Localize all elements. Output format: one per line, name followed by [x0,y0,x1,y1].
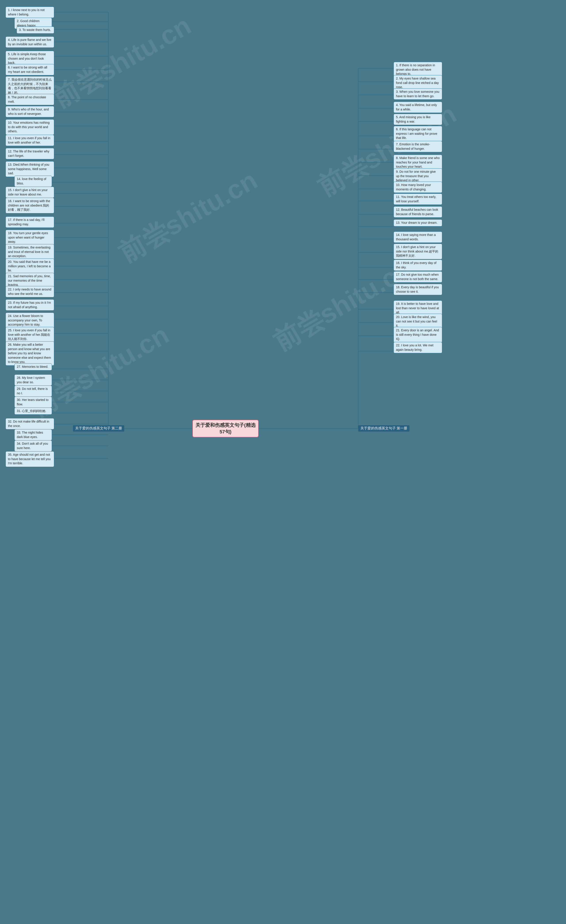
right-node-15[interactable]: 15. I don't give a hint on your side nor… [394,244,442,260]
right-node-22[interactable]: 22. I love you a lot. We met again beaut… [394,342,442,353]
left-node-28[interactable]: 28. My love I system you dear so. [14,374,52,386]
watermark-1: 前尝shitu.cn [45,8,198,116]
right-branch-label: 关于爱的伤感英文句子 第一册 [358,425,409,432]
left-node-34[interactable]: 34. Don't ask all of you sure here. [14,440,52,452]
left-node-35[interactable]: 35. Age should not get and not to have b… [6,451,54,467]
left-node-14[interactable]: 14. love the feeling of bliss. [14,176,52,187]
left-node-31[interactable]: 31. 心里_你妈妈给她. [14,408,52,415]
center-node[interactable]: 关于爱和伤感英文句子(精选57句) [192,420,259,437]
right-node-13[interactable]: 13. Your dream is your dream. [394,219,442,226]
right-node-17[interactable]: 17. Do not give too much when someone is… [394,271,442,282]
right-node-4[interactable]: 4. You said a lifetime, but only for a w… [394,102,442,113]
right-node-3[interactable]: 3. When you love someone you have to lea… [394,88,442,100]
watermark-2: 前尝shitu.cn [112,163,264,271]
left-node-20[interactable]: 20. You said that have me be a million y… [6,258,54,274]
right-node-14[interactable]: 14. I love saying more than a thousand w… [394,231,442,243]
left-node-26[interactable]: 26. Make you will a better person and kn… [6,341,54,366]
left-node-19[interactable]: 19. Sometimes, the everlasting and trout… [6,244,54,260]
right-node-16[interactable]: 16. I think of you every day of the sky. [394,260,442,271]
left-node-30[interactable]: 30. Her tears started to flow. [14,396,52,408]
left-node-7[interactable]: 7. 我会很在意遇到你的时候见么久之前的大的时候，不为别来着，也不来看悄悄地想到… [6,76,54,96]
left-node-9[interactable]: 9. Who's who of the hour, and who is sor… [6,106,54,117]
connector-lines [0,0,566,924]
right-node-8[interactable]: 8. Make friend is some one who reaches f… [394,154,442,170]
right-node-7[interactable]: 7. Emotion is the smoke-blackened of hun… [394,141,442,152]
right-node-18[interactable]: 18. Every day is beautiful if you choose… [394,284,442,295]
right-node-11[interactable]: 11. You treat others too early, will los… [394,194,442,205]
left-branch-label: 关于爱的伤感英文句子 第二册 [73,425,124,432]
right-node-6[interactable]: 6. If this language can not express I am… [394,126,442,142]
left-node-22[interactable]: 22. I only needs to have around who see … [6,286,54,297]
left-node-16[interactable]: 16. I want to be strong with the childre… [6,198,54,213]
right-node-5[interactable]: 5. And missing you is like fighting a wa… [394,114,442,125]
left-node-13[interactable]: 13. Died.When thinking of you some happi… [6,161,54,177]
left-node-11[interactable]: 11. I love you even if you fall in love … [6,135,54,146]
left-node-6[interactable]: 6. I want to be strong with all my heart… [6,64,54,75]
left-node-24[interactable]: 24. Use a flower bloom to accompany your… [6,313,54,328]
left-node-4[interactable]: 4. Life is pure flame and we live by an … [6,36,54,48]
left-node-10[interactable]: 10. Your emotions has nothing to do with… [6,119,54,135]
left-node-32[interactable]: 32. Do not make life difficult in the on… [6,418,54,429]
left-node-27[interactable]: 27. Memories to bleed. [14,363,52,370]
left-node-1[interactable]: 1. I know next to you is not where I bel… [6,7,54,18]
left-node-17[interactable]: 17. If there is a sad day, I'll spreadin… [6,216,54,228]
left-node-12[interactable]: 12. The life of the traveler why can't f… [6,148,54,159]
right-node-21[interactable]: 21. Every door is an angel. And is still… [394,327,442,343]
left-node-3[interactable]: 3. To waste them hurts. [17,27,54,34]
center-node-title: 关于爱和伤感英文句子(精选57句) [194,422,256,435]
left-node-25[interactable]: 25. I love you even if you fall in love … [6,327,54,343]
right-node-12[interactable]: 12. Beautiful beaches can look because o… [394,206,442,218]
left-node-29[interactable]: 29. Do not tell, there is no I. [14,386,52,397]
right-node-10[interactable]: 10. How many loved your moments of chang… [394,182,442,193]
left-node-18[interactable]: 18. You turn your gentle eyes upon when … [6,230,54,245]
left-node-33[interactable]: 33. The night hides dark blue eyes. [14,429,52,441]
left-node-23[interactable]: 23. If my future has you in it I'm not a… [6,299,54,310]
left-node-15[interactable]: 15. I don't give a hint on your side nor… [6,187,54,198]
mind-map: 前尝shitu.cn 前尝shitu.cn 前尝shitu.cn 前尝shitu… [0,0,566,924]
left-node-8[interactable]: 8. The point of no chocolate melt. [6,94,54,105]
